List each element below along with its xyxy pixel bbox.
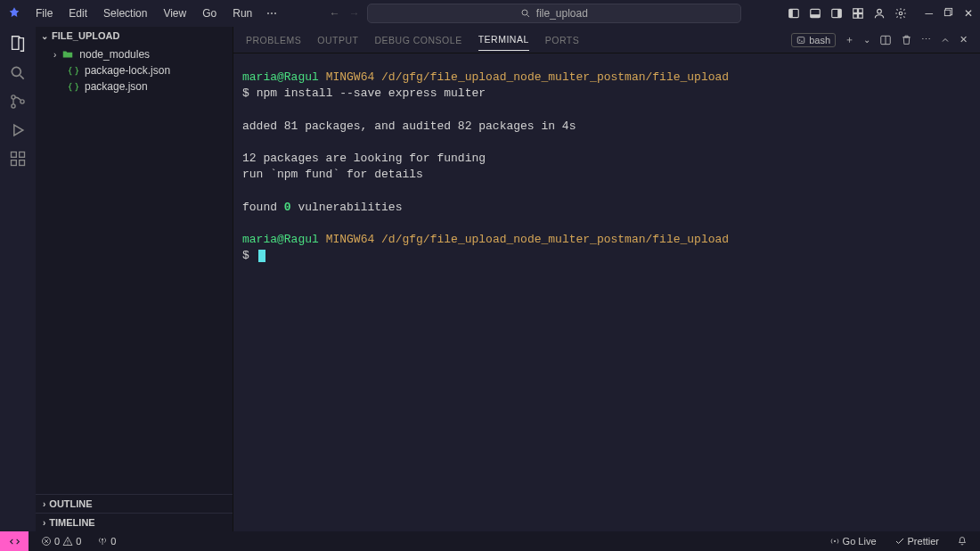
terminal-line: found xyxy=(242,201,284,214)
window-maximize[interactable] xyxy=(943,7,953,20)
terminal-command: npm install --save express multer xyxy=(257,86,486,100)
status-go-live[interactable]: Go Live xyxy=(826,536,880,547)
menu-run[interactable]: Run xyxy=(225,4,259,23)
chevron-right-icon: › xyxy=(43,518,45,528)
svg-rect-22 xyxy=(12,152,17,158)
tab-output[interactable]: OUTPUT xyxy=(317,29,358,51)
svg-point-18 xyxy=(12,95,15,99)
search-icon xyxy=(520,8,531,19)
json-file-icon xyxy=(68,81,79,93)
terminal-user: maria@Ragul xyxy=(242,233,319,246)
status-prettier[interactable]: Prettier xyxy=(891,536,943,547)
customize-layout-icon[interactable] xyxy=(852,7,864,20)
chevron-right-icon: › xyxy=(43,499,45,509)
menu-selection[interactable]: Selection xyxy=(96,4,154,23)
svg-rect-5 xyxy=(811,14,821,18)
error-icon xyxy=(41,536,52,547)
terminal-path: /d/gfg/file_upload_node_multer_postman/f… xyxy=(381,233,729,246)
split-terminal-icon[interactable] xyxy=(879,34,892,46)
svg-rect-9 xyxy=(859,9,863,13)
svg-point-35 xyxy=(834,540,836,542)
status-problems[interactable]: 0 0 xyxy=(37,536,85,547)
tab-terminal[interactable]: TERMINAL xyxy=(478,29,529,51)
remote-indicator[interactable] xyxy=(0,531,29,551)
terminal-dropdown[interactable]: ⌄ xyxy=(863,35,870,45)
shell-name: bash xyxy=(809,35,830,45)
terminal-line: vulnerabilities xyxy=(291,201,403,214)
tab-ports[interactable]: PORTS xyxy=(545,29,579,51)
close-panel-icon[interactable]: ✕ xyxy=(960,34,968,45)
svg-point-33 xyxy=(68,544,69,545)
menu-view[interactable]: View xyxy=(156,4,193,23)
port-count: 0 xyxy=(110,536,116,547)
activity-search[interactable] xyxy=(9,64,27,82)
svg-rect-8 xyxy=(853,9,858,13)
menu-file[interactable]: File xyxy=(29,4,60,23)
prettier-label: Prettier xyxy=(908,536,939,547)
svg-rect-11 xyxy=(859,14,863,19)
svg-line-17 xyxy=(20,76,24,79)
app-logo xyxy=(7,6,21,21)
layout-panel-icon[interactable] xyxy=(809,7,821,20)
window-close[interactable]: ✕ xyxy=(964,7,973,20)
tree-item-label: package-lock.json xyxy=(85,64,170,77)
tree-file-package-json[interactable]: package.json xyxy=(36,78,233,95)
timeline-label: TIMELINE xyxy=(49,517,94,528)
settings-gear-icon[interactable] xyxy=(894,7,907,20)
tab-problems[interactable]: PROBLEMS xyxy=(246,29,301,51)
svg-point-20 xyxy=(20,100,24,103)
activity-extensions[interactable] xyxy=(9,150,27,168)
go-live-label: Go Live xyxy=(843,536,877,547)
menu-bar: File Edit Selection View Go Run ⋯ xyxy=(29,4,282,23)
warning-icon xyxy=(62,536,73,547)
terminal-cursor xyxy=(258,250,265,262)
kill-terminal-icon[interactable] xyxy=(901,34,912,45)
tree-item-label: node_modules xyxy=(79,48,150,61)
terminal-line: added 81 packages, and audited 82 packag… xyxy=(242,119,971,135)
panel-more-icon[interactable]: ⋯ xyxy=(921,34,931,45)
maximize-panel-icon[interactable] xyxy=(940,35,951,45)
status-notifications[interactable] xyxy=(953,536,971,547)
svg-point-19 xyxy=(12,104,15,108)
svg-rect-3 xyxy=(789,9,793,17)
activity-explorer[interactable] xyxy=(8,34,28,53)
layout-sidebar-right-icon[interactable] xyxy=(830,7,843,20)
activity-source-control[interactable] xyxy=(9,93,27,111)
terminal-prompt: $ xyxy=(242,249,249,262)
tree-file-package-lock[interactable]: package-lock.json xyxy=(36,62,233,78)
tab-debug-console[interactable]: DEBUG CONSOLE xyxy=(375,29,462,51)
svg-marker-21 xyxy=(14,125,23,136)
warning-count: 0 xyxy=(76,536,81,547)
vuln-count: 0 xyxy=(284,201,291,214)
menu-more[interactable]: ⋯ xyxy=(261,4,282,23)
explorer-folder-header[interactable]: ⌄ FILE_UPLOAD xyxy=(36,27,233,45)
account-icon[interactable] xyxy=(873,7,886,20)
terminal-shell-badge[interactable]: bash xyxy=(791,33,836,47)
svg-rect-25 xyxy=(20,152,25,158)
tree-folder-node-modules[interactable]: › node_modules xyxy=(36,46,233,62)
window-minimize[interactable]: ─ xyxy=(925,7,933,20)
folder-icon xyxy=(61,48,74,61)
command-center[interactable]: file_upload xyxy=(367,4,741,23)
terminal-env: MINGW64 xyxy=(326,70,375,84)
json-file-icon xyxy=(68,65,79,77)
menu-edit[interactable]: Edit xyxy=(61,4,94,23)
outline-section[interactable]: › OUTLINE xyxy=(36,494,233,513)
nav-back[interactable]: ← xyxy=(330,7,340,20)
chevron-right-icon: › xyxy=(53,50,56,60)
terminal-output[interactable]: maria@Ragul MINGW64 /d/gfg/file_upload_n… xyxy=(233,53,980,531)
svg-point-34 xyxy=(102,539,103,540)
activity-run-debug[interactable] xyxy=(9,121,27,139)
new-terminal-button[interactable]: ＋ xyxy=(845,33,854,46)
svg-point-16 xyxy=(12,67,20,76)
svg-rect-24 xyxy=(20,160,25,166)
svg-point-12 xyxy=(878,9,882,13)
terminal-env: MINGW64 xyxy=(326,233,375,246)
status-ports[interactable]: 0 xyxy=(94,536,119,547)
layout-sidebar-left-icon[interactable] xyxy=(788,7,800,20)
timeline-section[interactable]: › TIMELINE xyxy=(36,513,233,531)
bell-icon xyxy=(957,536,968,547)
svg-rect-23 xyxy=(12,160,17,166)
nav-forward[interactable]: → xyxy=(349,7,360,20)
menu-go[interactable]: Go xyxy=(195,4,224,23)
